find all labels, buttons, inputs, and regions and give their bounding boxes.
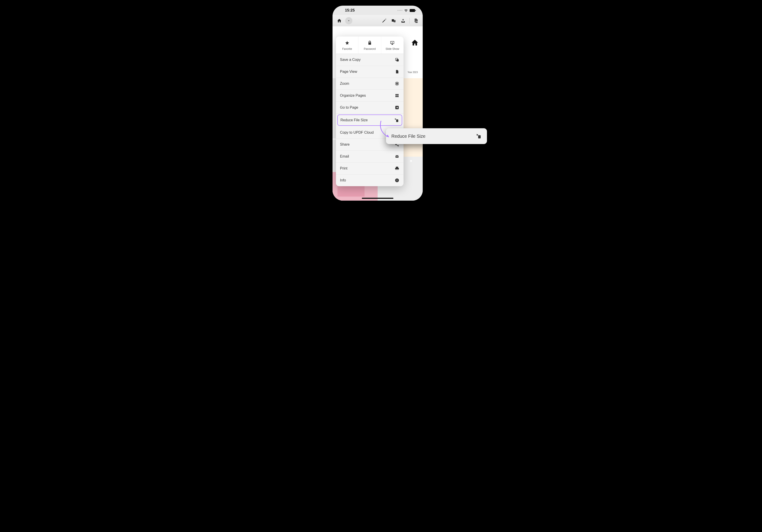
svg-rect-21 <box>478 135 481 138</box>
menu-label: Copy to UPDF Cloud <box>340 130 374 135</box>
menu-label: Organize Pages <box>340 94 366 98</box>
menu-page-view[interactable]: Page View <box>336 66 404 78</box>
menu-print[interactable]: Print <box>336 163 404 175</box>
menu-label: Save a Copy <box>340 58 361 62</box>
menu-label: Share <box>340 142 350 147</box>
callout-reduce-file-size: Reduce File Size <box>386 128 487 144</box>
svg-rect-11 <box>395 96 397 97</box>
cellular-dots-icon <box>398 10 403 11</box>
svg-rect-10 <box>397 94 399 95</box>
search-pages-button[interactable] <box>412 17 419 24</box>
svg-rect-0 <box>410 9 415 12</box>
svg-rect-8 <box>396 83 398 85</box>
favorite-action[interactable]: Favorite <box>336 37 358 54</box>
home-button[interactable] <box>336 17 343 24</box>
home-indicator[interactable] <box>362 198 393 199</box>
battery-icon <box>410 9 416 12</box>
svg-rect-19 <box>397 180 397 181</box>
menu-reduce-file-size[interactable]: Reduce File Size <box>337 114 402 126</box>
favorite-label: Favorite <box>342 47 352 50</box>
highlighter-button[interactable] <box>381 17 388 24</box>
copy-icon <box>395 57 400 62</box>
info-icon <box>395 178 400 183</box>
arrow-right-box-icon <box>395 105 400 110</box>
callout-label: Reduce File Size <box>391 134 425 139</box>
star-icon <box>345 40 349 46</box>
share-tray-button[interactable] <box>400 17 407 24</box>
password-label: Password <box>364 47 376 50</box>
menu-label: Info <box>340 178 346 183</box>
phone-frame: 15:25 <box>333 6 423 201</box>
svg-rect-1 <box>415 10 416 11</box>
menu-save-copy[interactable]: Save a Copy <box>336 54 404 66</box>
zoom-icon <box>395 81 400 86</box>
menu-label: Go to Page <box>340 106 358 110</box>
menu-label: Reduce File Size <box>341 118 368 122</box>
menu-go-to-page[interactable]: Go to Page <box>336 102 404 114</box>
svg-rect-9 <box>395 94 397 95</box>
svg-point-20 <box>397 179 397 180</box>
presentation-icon <box>390 40 395 46</box>
slideshow-action[interactable]: Slide Show <box>381 37 404 54</box>
compress-file-icon <box>394 118 399 123</box>
svg-rect-6 <box>397 59 399 61</box>
wifi-icon <box>404 9 408 12</box>
envelope-icon <box>395 154 400 159</box>
grid-icon <box>395 93 400 98</box>
slideshow-label: Slide Show <box>386 47 399 50</box>
password-action[interactable]: Password <box>358 37 381 54</box>
home-small-icon <box>410 159 413 163</box>
year-label: Year 2023 <box>408 71 418 73</box>
menu-organize-pages[interactable]: Organize Pages <box>336 90 404 102</box>
menu-label: Print <box>340 166 347 171</box>
menu-email[interactable]: Email <box>336 151 404 163</box>
text-image-button[interactable]: T <box>390 17 397 24</box>
page-icon <box>395 69 400 74</box>
printer-icon <box>395 166 400 171</box>
lock-icon <box>367 40 372 46</box>
svg-rect-12 <box>397 96 399 97</box>
actions-dropdown: Favorite Password Slide Show <box>336 37 404 186</box>
home-large-icon[interactable] <box>411 39 419 47</box>
svg-rect-14 <box>396 119 398 122</box>
dropdown-toggle-button[interactable] <box>345 17 352 24</box>
status-time: 15:25 <box>345 8 355 13</box>
menu-info[interactable]: Info <box>336 175 404 186</box>
menu-zoom[interactable]: Zoom <box>336 78 404 90</box>
menu-label: Zoom <box>340 82 349 86</box>
toolbar: T <box>333 15 423 27</box>
menu-label: Page View <box>340 70 357 74</box>
compress-file-icon <box>476 133 482 139</box>
menu-label: Email <box>340 154 349 159</box>
status-bar: 15:25 <box>333 6 423 15</box>
